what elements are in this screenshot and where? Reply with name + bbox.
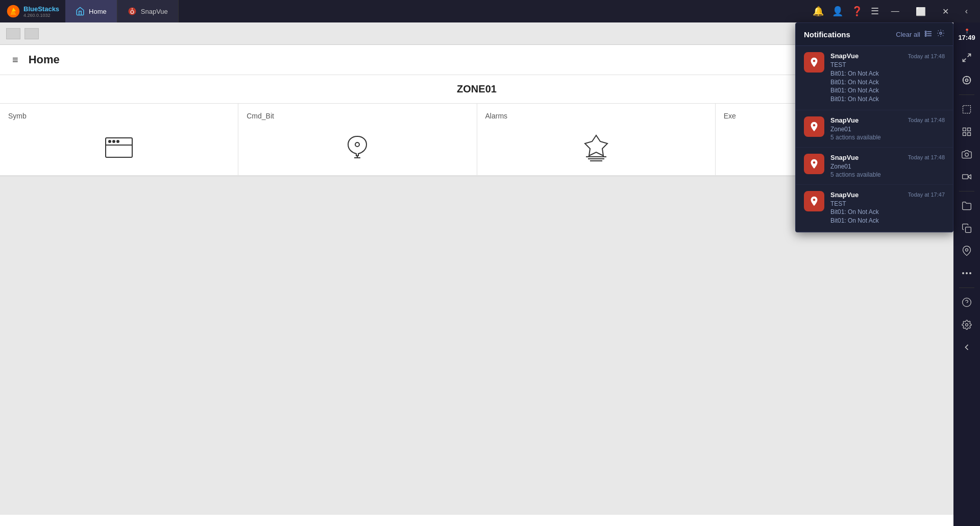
menu-icon[interactable]: ☰ bbox=[871, 6, 879, 17]
column-cmdbit-icon bbox=[247, 126, 468, 167]
svg-rect-25 bbox=[963, 106, 971, 113]
notifications-settings-icon[interactable] bbox=[937, 29, 945, 39]
hamburger-menu-icon[interactable]: ≡ bbox=[12, 54, 18, 66]
notif-line-1-0: TEST bbox=[830, 61, 945, 69]
snapvue-notif-icon-4 bbox=[808, 196, 820, 207]
notif-line-3-0: Zone01 bbox=[830, 162, 945, 171]
notif-line-1-3: Bit01: On Not Ack bbox=[830, 86, 945, 95]
camera-screenshot-icon[interactable] bbox=[957, 144, 977, 164]
svg-point-39 bbox=[966, 324, 968, 326]
notif-line-4-2: Bit01: On Not Ack bbox=[830, 217, 945, 225]
column-cmdbit-label: Cmd_Bit bbox=[247, 112, 468, 120]
toolbar-btn-2[interactable] bbox=[24, 28, 39, 39]
svg-rect-26 bbox=[963, 128, 966, 131]
tab-snapvue-label: SnapVue bbox=[141, 8, 168, 15]
help-question-icon[interactable] bbox=[957, 292, 977, 313]
notif-app-name-4: SnapVue bbox=[830, 191, 859, 199]
column-cmdbit: Cmd_Bit bbox=[238, 104, 477, 175]
notification-item[interactable]: SnapVue Today at 17:47 TEST Bit01: On No… bbox=[796, 185, 953, 232]
svg-rect-27 bbox=[968, 128, 971, 131]
sidebar-divider-1 bbox=[959, 94, 974, 95]
notif-avatar-3 bbox=[804, 154, 824, 174]
app-name: BlueStacks bbox=[23, 5, 59, 13]
maximize-button[interactable]: ⬜ bbox=[912, 5, 930, 18]
notif-app-name-2: SnapVue bbox=[830, 116, 859, 124]
notification-item[interactable]: SnapVue Today at 17:48 Zone01 5 actions … bbox=[796, 110, 953, 148]
grid-apps-icon[interactable] bbox=[957, 122, 977, 142]
expand-icon[interactable] bbox=[957, 47, 977, 68]
main-area: ≡ Home ZONE01 Symb bbox=[0, 22, 980, 526]
column-alarms-icon bbox=[485, 126, 707, 167]
notif-line-4-1: Bit01: On Not Ack bbox=[830, 208, 945, 217]
svg-point-50 bbox=[813, 199, 816, 201]
filter-icon[interactable] bbox=[924, 30, 933, 39]
location-pin-sidebar-icon[interactable] bbox=[957, 241, 977, 261]
tab-home[interactable]: Home bbox=[65, 0, 117, 22]
svg-point-34 bbox=[962, 272, 964, 274]
notif-avatar-4 bbox=[804, 191, 824, 211]
svg-point-49 bbox=[813, 161, 816, 164]
notification-item[interactable]: SnapVue Today at 17:48 TEST Bit01: On No… bbox=[796, 46, 953, 110]
svg-rect-29 bbox=[968, 133, 971, 136]
snapvue-notif-icon-2 bbox=[808, 121, 820, 132]
help-icon[interactable]: ❓ bbox=[851, 6, 863, 17]
notif-body-2: SnapVue Today at 17:48 Zone01 5 actions … bbox=[830, 116, 945, 141]
copy-files-icon[interactable] bbox=[957, 218, 977, 238]
title-bar: BlueStacks 4.260.0.1032 Home SnapVue 🔔 👤… bbox=[0, 0, 980, 22]
location-pin-icon: 📍 bbox=[964, 29, 970, 34]
bluestacks-icon bbox=[6, 4, 20, 18]
svg-point-45 bbox=[925, 35, 926, 36]
folder-icon[interactable] bbox=[957, 196, 977, 216]
clear-all-button[interactable]: Clear all bbox=[896, 31, 920, 38]
video-record-icon[interactable] bbox=[957, 166, 977, 187]
notif-line-3-1: 5 actions available bbox=[830, 171, 945, 178]
tab-snapvue[interactable]: SnapVue bbox=[117, 0, 179, 22]
toolbar-btn-1[interactable] bbox=[6, 28, 20, 39]
svg-line-17 bbox=[968, 54, 971, 57]
minimize-button[interactable]: — bbox=[887, 5, 903, 18]
svg-point-37 bbox=[963, 298, 971, 307]
notif-app-name-3: SnapVue bbox=[830, 154, 859, 161]
notif-time-3: Today at 17:48 bbox=[908, 154, 945, 160]
svg-point-19 bbox=[963, 77, 971, 84]
bluestacks-logo: BlueStacks 4.260.0.1032 bbox=[0, 4, 65, 18]
svg-point-7 bbox=[109, 140, 111, 142]
home-tab-icon bbox=[76, 7, 85, 16]
column-alarms: Alarms bbox=[477, 104, 716, 175]
column-symb: Symb bbox=[0, 104, 238, 175]
more-options-icon[interactable] bbox=[957, 263, 977, 283]
snapvue-notif-icon-3 bbox=[808, 158, 820, 170]
notif-time-2: Today at 17:48 bbox=[908, 117, 945, 123]
notifications-title: Notifications bbox=[804, 30, 896, 39]
svg-point-48 bbox=[813, 124, 816, 127]
column-alarms-label: Alarms bbox=[485, 112, 707, 120]
svg-point-8 bbox=[113, 140, 115, 142]
app-version: 4.260.0.1032 bbox=[23, 13, 59, 18]
notif-line-1-2: Bit01: On Not Ack bbox=[830, 78, 945, 87]
svg-point-36 bbox=[969, 272, 971, 274]
notifications-list: SnapVue Today at 17:48 TEST Bit01: On No… bbox=[796, 46, 953, 232]
notif-line-2-0: Zone01 bbox=[830, 125, 945, 134]
close-button[interactable]: ✕ bbox=[938, 5, 953, 18]
selection-icon[interactable] bbox=[957, 99, 977, 119]
column-symb-label: Symb bbox=[8, 112, 230, 120]
notification-item[interactable]: SnapVue Today at 17:48 Zone01 5 actions … bbox=[796, 148, 953, 185]
notification-bell-icon[interactable]: 🔔 bbox=[813, 6, 824, 17]
notif-line-2-1: 5 actions available bbox=[830, 134, 945, 141]
svg-point-33 bbox=[966, 249, 968, 251]
back-arrow-icon[interactable] bbox=[957, 337, 977, 357]
notif-line-4-0: TEST bbox=[830, 200, 945, 208]
svg-point-13 bbox=[355, 142, 359, 147]
svg-rect-28 bbox=[963, 133, 966, 136]
sidebar-divider-2 bbox=[959, 191, 974, 192]
settings-gear-icon[interactable] bbox=[957, 315, 977, 335]
right-sidebar: 📍 17:49 bbox=[953, 22, 980, 526]
snapvue-notif-icon-1 bbox=[808, 57, 820, 68]
svg-point-43 bbox=[925, 31, 926, 32]
account-icon[interactable]: 👤 bbox=[832, 6, 843, 17]
collapse-button[interactable]: ‹ bbox=[961, 5, 972, 18]
svg-point-47 bbox=[813, 60, 816, 62]
notif-avatar-1 bbox=[804, 52, 824, 73]
page-title: Home bbox=[29, 53, 60, 66]
wifi-target-icon[interactable] bbox=[957, 70, 977, 90]
